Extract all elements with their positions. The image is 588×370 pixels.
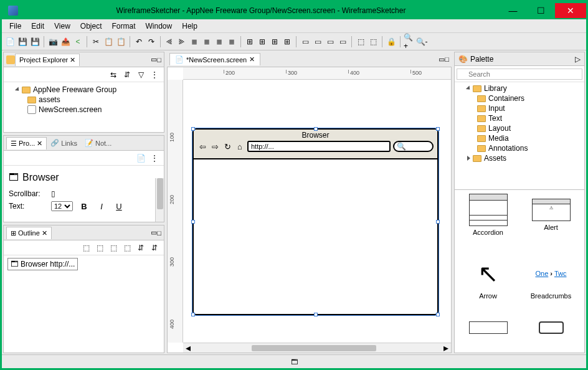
palette-item-arrow[interactable]: ↖ Arrow — [458, 257, 518, 315]
outline-max-icon[interactable]: □ — [157, 229, 161, 237]
export-icon[interactable]: 📤 — [60, 36, 71, 47]
new-icon[interactable]: 📄 — [4, 36, 16, 47]
align-3-icon[interactable]: ≣ — [189, 36, 200, 47]
maximize-button[interactable]: ☐ — [527, 3, 555, 18]
paste-icon[interactable]: 📋 — [115, 36, 126, 47]
statusbar: 🗔 — [2, 354, 586, 368]
library-tree[interactable]: Library Containers Input Text Layout Med… — [455, 82, 584, 164]
tab-project-explorer[interactable]: Project Explorer ✕ — [15, 54, 80, 66]
cat-media[interactable]: Media — [457, 133, 582, 143]
filter-icon[interactable]: ▽ — [135, 69, 146, 80]
new-prop-icon[interactable]: 📄 — [135, 153, 146, 164]
menu-format[interactable]: Format — [107, 20, 141, 32]
dist-4-icon[interactable]: ⊞ — [282, 36, 293, 47]
align-2-icon[interactable]: ⫸ — [176, 36, 187, 47]
order-2-icon[interactable]: ▭ — [312, 36, 323, 47]
tree-root[interactable]: AppNee Freeware Group — [7, 85, 160, 95]
outline-t5-icon[interactable]: ⇵ — [135, 242, 146, 254]
cat-text[interactable]: Text — [457, 113, 582, 123]
cat-containers[interactable]: Containers — [457, 93, 582, 103]
palette-item-more2[interactable] — [521, 321, 581, 349]
camera-icon[interactable]: 📷 — [47, 36, 59, 47]
share-icon[interactable]: < — [72, 36, 83, 47]
tab-links[interactable]: 🔗 Links — [47, 137, 81, 149]
outline-t2-icon[interactable]: ⬚ — [94, 242, 105, 254]
bold-button[interactable]: B — [78, 201, 90, 212]
cat-annotations[interactable]: Annotations — [457, 143, 582, 153]
menu-help[interactable]: Help — [177, 20, 202, 32]
zoom-out-icon[interactable]: 🔍- — [416, 36, 427, 47]
close-button[interactable]: ✕ — [555, 3, 586, 18]
cut-icon[interactable]: ✂ — [90, 36, 102, 47]
link-editor-icon[interactable]: ⇵ — [121, 69, 133, 80]
tab-outline[interactable]: ⊞ Outline ✕ — [6, 227, 52, 239]
group-icon[interactable]: ⬚ — [355, 36, 366, 47]
menu-window[interactable]: Window — [141, 20, 178, 32]
font-size-select[interactable]: 12 — [51, 201, 73, 211]
order-1-icon[interactable]: ▭ — [300, 36, 311, 47]
outline-min-icon[interactable]: ▭ — [151, 229, 157, 237]
collapse-all-icon[interactable]: ⇆ — [108, 69, 119, 80]
menu-object[interactable]: Object — [75, 20, 107, 32]
prop-menu-icon[interactable]: ⋮ — [149, 153, 160, 164]
italic-button[interactable]: I — [95, 201, 108, 212]
copy-icon[interactable]: 📋 — [103, 36, 114, 47]
save-icon[interactable]: 💾 — [17, 36, 28, 47]
outline-item[interactable]: 🗔 Browser http://... — [7, 258, 78, 270]
outline-t3-icon[interactable]: ⬚ — [108, 242, 119, 254]
minimize-panel-icon[interactable]: ▭ — [151, 55, 157, 64]
align-1-icon[interactable]: ⫷ — [164, 36, 175, 47]
menu-file[interactable]: File — [4, 20, 26, 32]
close-tab-icon[interactable]: ✕ — [70, 56, 75, 64]
project-tree[interactable]: AppNee Freeware Group assets NewScreen.s… — [4, 82, 164, 132]
dist-3-icon[interactable]: ⊞ — [269, 36, 280, 47]
assets-node[interactable]: Assets — [457, 153, 582, 163]
lock-icon[interactable]: 🔒 — [386, 36, 397, 47]
library-node[interactable]: Library — [484, 84, 507, 93]
menu-view[interactable]: View — [49, 20, 75, 32]
maximize-panel-icon[interactable]: □ — [157, 56, 161, 64]
palette-collapse-icon[interactable]: ▷ — [575, 55, 581, 64]
view-menu-icon[interactable]: ⋮ — [149, 69, 160, 80]
outline-t4-icon[interactable]: ⬚ — [121, 242, 133, 254]
props-scrollbar[interactable] — [155, 178, 164, 222]
palette-item-alert[interactable]: ⚠ Alert — [521, 194, 581, 251]
horizontal-scrollbar[interactable]: ◂ ▸ — [183, 343, 451, 353]
status-icon: 🗔 — [291, 358, 298, 366]
browser-widget[interactable]: Browser ⇦ ⇨ ↻ ⌂ http://... 🔍 — [192, 128, 439, 315]
order-3-icon[interactable]: ▭ — [325, 36, 336, 47]
dist-1-icon[interactable]: ⊞ — [244, 36, 255, 47]
scrollbar-toggle[interactable]: ▯ — [51, 189, 55, 198]
underline-button[interactable]: U — [113, 201, 125, 212]
align-5-icon[interactable]: ≣ — [214, 36, 225, 47]
tab-properties[interactable]: ☰ Pro... ✕ — [6, 137, 47, 149]
zoom-in-icon[interactable]: 🔍+ — [404, 36, 415, 47]
outline-t1-icon[interactable]: ⬚ — [80, 242, 92, 254]
tree-item-screen[interactable]: NewScreen.screen — [7, 105, 160, 115]
minimize-button[interactable]: — — [499, 3, 527, 18]
dist-2-icon[interactable]: ⊞ — [257, 36, 268, 47]
palette-item-breadcrumbs[interactable]: One › Twc Breadcrumbs — [521, 257, 581, 315]
menu-edit[interactable]: Edit — [26, 20, 49, 32]
editor-min-icon[interactable]: ▭ — [439, 55, 445, 64]
home-icon: ⌂ — [235, 141, 245, 151]
align-4-icon[interactable]: ≣ — [201, 36, 212, 47]
widget-name-heading: 🗔 Browser — [9, 172, 159, 183]
undo-icon[interactable]: ↶ — [133, 36, 145, 47]
tree-item-assets[interactable]: assets — [7, 95, 160, 105]
palette-item-accordion[interactable]: Accordion — [458, 194, 518, 251]
editor-max-icon[interactable]: □ — [445, 55, 449, 63]
cat-layout[interactable]: Layout — [457, 123, 582, 133]
align-6-icon[interactable]: ≣ — [226, 36, 237, 47]
palette-item-more1[interactable] — [458, 321, 518, 349]
ungroup-icon[interactable]: ⬚ — [368, 36, 379, 47]
save-all-icon[interactable]: 💾 — [29, 36, 40, 47]
outline-t6-icon[interactable]: ⇵ — [149, 242, 160, 254]
tab-notes[interactable]: 📝 Not... — [81, 137, 115, 149]
cat-input[interactable]: Input — [457, 103, 582, 113]
canvas-editor[interactable]: 200 300 400 500 100 200 300 400 Browser — [167, 67, 452, 353]
order-4-icon[interactable]: ▭ — [337, 36, 348, 47]
palette-search-input[interactable] — [457, 69, 582, 80]
redo-icon[interactable]: ↷ — [146, 36, 157, 47]
editor-tab[interactable]: 📄 *NewScreen.screen ✕ — [169, 53, 260, 65]
